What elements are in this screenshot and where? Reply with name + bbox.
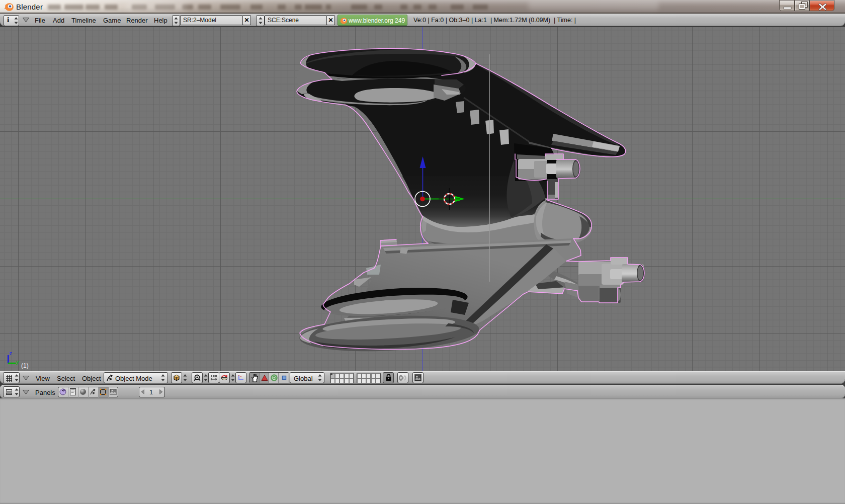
svg-text:y: y — [16, 359, 19, 365]
svg-text:z: z — [10, 350, 13, 356]
svg-text:(1): (1) — [21, 362, 29, 369]
